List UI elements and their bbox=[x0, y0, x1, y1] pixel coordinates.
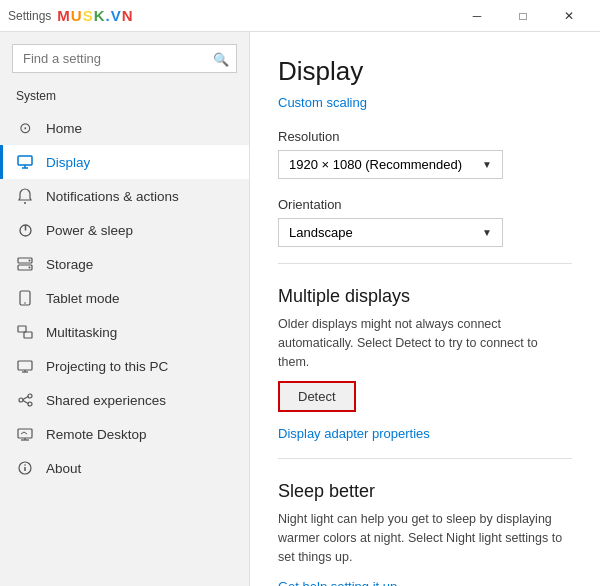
sidebar-item-power-label: Power & sleep bbox=[46, 223, 133, 238]
svg-rect-13 bbox=[24, 332, 32, 338]
sidebar-item-projecting-label: Projecting to this PC bbox=[46, 359, 168, 374]
page-title: Display bbox=[278, 56, 572, 87]
svg-point-19 bbox=[28, 402, 32, 406]
orientation-label: Orientation bbox=[278, 197, 572, 212]
title-bar-controls: ─ □ ✕ bbox=[454, 0, 592, 32]
svg-point-18 bbox=[28, 394, 32, 398]
home-icon: ⊙ bbox=[16, 119, 34, 137]
logo-v: V bbox=[111, 7, 122, 24]
svg-line-20 bbox=[23, 396, 28, 399]
svg-rect-22 bbox=[18, 429, 32, 438]
sidebar-item-tablet-label: Tablet mode bbox=[46, 291, 120, 306]
multitasking-icon bbox=[16, 323, 34, 341]
search-icon: 🔍 bbox=[213, 51, 229, 66]
svg-line-26 bbox=[24, 432, 27, 434]
sidebar-item-shared[interactable]: Shared experiences bbox=[0, 383, 249, 417]
shared-icon bbox=[16, 391, 34, 409]
about-icon bbox=[16, 459, 34, 477]
svg-point-11 bbox=[24, 302, 26, 304]
sleep-desc: Night light can help you get to sleep by… bbox=[278, 510, 568, 566]
night-light-link[interactable]: Get help setting it up bbox=[278, 579, 397, 587]
settings-label: Settings bbox=[8, 9, 51, 23]
search-input[interactable] bbox=[12, 44, 237, 73]
custom-scaling-link[interactable]: Custom scaling bbox=[278, 95, 367, 110]
svg-rect-12 bbox=[18, 326, 26, 332]
tablet-icon bbox=[16, 289, 34, 307]
svg-line-21 bbox=[23, 400, 28, 403]
logo-k: K bbox=[94, 7, 106, 24]
storage-icon bbox=[16, 255, 34, 273]
sidebar-item-tablet[interactable]: Tablet mode bbox=[0, 281, 249, 315]
sidebar-item-home[interactable]: ⊙ Home bbox=[0, 111, 249, 145]
logo-u: U bbox=[71, 7, 83, 24]
sidebar-item-notifications[interactable]: Notifications & actions bbox=[0, 179, 249, 213]
svg-rect-14 bbox=[18, 361, 32, 370]
search-box: 🔍 bbox=[12, 44, 237, 73]
sidebar-item-display-label: Display bbox=[46, 155, 90, 170]
sidebar-item-about[interactable]: About bbox=[0, 451, 249, 485]
content-area: Display Custom scaling Resolution 1920 ×… bbox=[250, 32, 600, 586]
sidebar-item-remote[interactable]: Remote Desktop bbox=[0, 417, 249, 451]
divider-2 bbox=[278, 458, 572, 459]
orientation-value: Landscape bbox=[289, 225, 353, 240]
multiple-displays-title: Multiple displays bbox=[278, 286, 572, 307]
resolution-dropdown[interactable]: 1920 × 1080 (Recommended) ▼ bbox=[278, 150, 503, 179]
logo-s: S bbox=[83, 7, 94, 24]
sidebar-item-storage-label: Storage bbox=[46, 257, 93, 272]
sidebar-item-projecting[interactable]: Projecting to this PC bbox=[0, 349, 249, 383]
title-bar-left: Settings MUSK.VN bbox=[8, 7, 134, 24]
sidebar: 🔍 System ⊙ Home Display bbox=[0, 32, 250, 586]
projecting-icon bbox=[16, 357, 34, 375]
app-container: 🔍 System ⊙ Home Display bbox=[0, 32, 600, 586]
display-icon bbox=[16, 153, 34, 171]
notifications-icon bbox=[16, 187, 34, 205]
divider-1 bbox=[278, 263, 572, 264]
svg-line-25 bbox=[21, 432, 24, 434]
logo-n: N bbox=[122, 7, 134, 24]
logo: MUSK.VN bbox=[57, 7, 133, 24]
power-icon bbox=[16, 221, 34, 239]
logo-m: M bbox=[57, 7, 71, 24]
sidebar-item-multitasking-label: Multitasking bbox=[46, 325, 117, 340]
title-bar: Settings MUSK.VN ─ □ ✕ bbox=[0, 0, 600, 32]
maximize-button[interactable]: □ bbox=[500, 0, 546, 32]
multiple-displays-desc: Older displays might not always connect … bbox=[278, 315, 568, 371]
sleep-title: Sleep better bbox=[278, 481, 572, 502]
svg-point-29 bbox=[24, 464, 26, 466]
sidebar-item-notifications-label: Notifications & actions bbox=[46, 189, 179, 204]
close-button[interactable]: ✕ bbox=[546, 0, 592, 32]
sidebar-section-title: System bbox=[0, 89, 249, 111]
svg-point-9 bbox=[29, 267, 31, 269]
resolution-label: Resolution bbox=[278, 129, 572, 144]
sidebar-item-storage[interactable]: Storage bbox=[0, 247, 249, 281]
svg-point-3 bbox=[24, 202, 26, 204]
remote-icon bbox=[16, 425, 34, 443]
orientation-dropdown[interactable]: Landscape ▼ bbox=[278, 218, 503, 247]
sidebar-item-display[interactable]: Display bbox=[0, 145, 249, 179]
svg-point-8 bbox=[29, 260, 31, 262]
resolution-arrow-icon: ▼ bbox=[482, 159, 492, 170]
sidebar-item-home-label: Home bbox=[46, 121, 82, 136]
sidebar-item-shared-label: Shared experiences bbox=[46, 393, 166, 408]
adapter-link[interactable]: Display adapter properties bbox=[278, 426, 430, 441]
resolution-value: 1920 × 1080 (Recommended) bbox=[289, 157, 462, 172]
minimize-button[interactable]: ─ bbox=[454, 0, 500, 32]
orientation-arrow-icon: ▼ bbox=[482, 227, 492, 238]
sidebar-item-about-label: About bbox=[46, 461, 81, 476]
sidebar-item-multitasking[interactable]: Multitasking bbox=[0, 315, 249, 349]
svg-point-17 bbox=[19, 398, 23, 402]
svg-rect-0 bbox=[18, 156, 32, 165]
sidebar-item-remote-label: Remote Desktop bbox=[46, 427, 147, 442]
sidebar-item-power[interactable]: Power & sleep bbox=[0, 213, 249, 247]
detect-button[interactable]: Detect bbox=[278, 381, 356, 412]
